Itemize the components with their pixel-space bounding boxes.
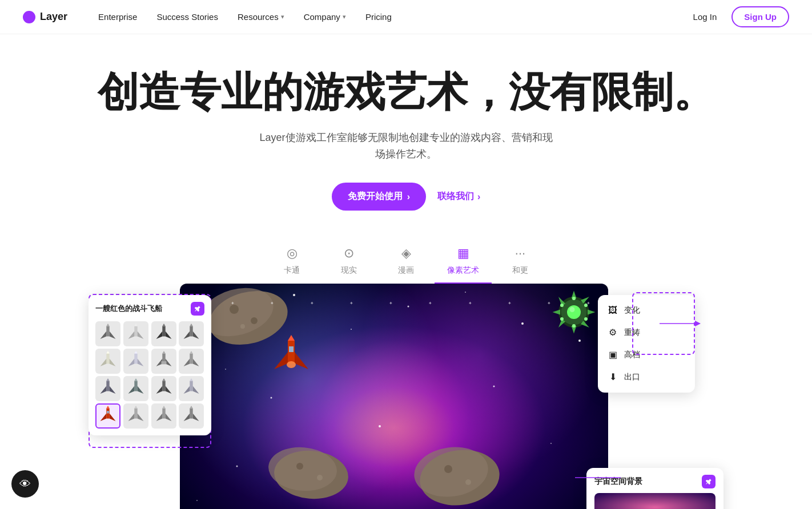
svg-marker-78 xyxy=(134,351,137,354)
svg-point-11 xyxy=(379,425,381,427)
bg-label-panel: 宇宙空间背景 xyxy=(586,468,723,509)
svg-point-36 xyxy=(287,361,296,368)
ship-thumb[interactable] xyxy=(179,376,204,401)
svg-marker-116 xyxy=(162,406,165,409)
ship-thumb[interactable] xyxy=(151,321,176,346)
svg-rect-109 xyxy=(134,409,137,419)
svg-rect-117 xyxy=(190,409,193,419)
logo[interactable]: Layer xyxy=(23,11,67,23)
svg-marker-106 xyxy=(110,414,116,422)
hero-title: 创造专业的游戏艺术，没有限制。 xyxy=(11,68,801,116)
cta-secondary-button[interactable]: 联络我们 › xyxy=(437,191,480,203)
main-spaceship xyxy=(268,335,314,381)
svg-marker-91 xyxy=(106,378,109,381)
tab-cartoon[interactable]: ◎ 卡通 xyxy=(263,239,320,284)
svg-marker-74 xyxy=(106,351,109,354)
stars-svg xyxy=(180,284,608,509)
ship-thumb[interactable] xyxy=(95,376,120,401)
tab-realistic[interactable]: ⊙ 现实 xyxy=(320,239,377,284)
svg-marker-77 xyxy=(137,359,143,367)
tab-more[interactable]: ··· 和更 xyxy=(492,239,549,284)
transform-item-change[interactable]: 🖼 变化 xyxy=(598,300,695,321)
main-content: 创造专业的游戏艺术，没有限制。 Layer使游戏工作室能够无限制地创建专业的游戏… xyxy=(0,0,812,509)
svg-marker-105 xyxy=(101,414,107,422)
nav-pricing[interactable]: Pricing xyxy=(357,9,400,25)
svg-point-3 xyxy=(351,329,352,330)
svg-marker-99 xyxy=(162,378,165,381)
ship-thumb[interactable] xyxy=(151,349,176,374)
chevron-right-icon: › xyxy=(477,192,480,202)
svg-marker-61 xyxy=(137,332,143,340)
image-icon: 🖼 xyxy=(607,305,618,316)
nav-company[interactable]: Company ▾ xyxy=(296,9,354,25)
svg-point-51 xyxy=(584,317,588,321)
svg-marker-34 xyxy=(288,335,295,341)
svg-marker-86 xyxy=(193,359,199,367)
svg-rect-55 xyxy=(106,326,109,337)
download-icon: ⬇ xyxy=(607,371,618,382)
tab-anime[interactable]: ◈ 漫画 xyxy=(377,239,435,284)
ship-thumb[interactable] xyxy=(95,321,120,346)
cta-primary-button[interactable]: 免费开始使用 › xyxy=(332,183,426,211)
nav-success-stories[interactable]: Success Stories xyxy=(148,9,226,25)
ship-thumb[interactable] xyxy=(123,403,148,429)
svg-point-13 xyxy=(493,386,495,387)
chat-icon: 👁 xyxy=(19,478,31,491)
pin-icon xyxy=(194,305,202,313)
svg-rect-108 xyxy=(107,411,109,414)
ship-thumb[interactable] xyxy=(179,403,204,429)
ship-thumb[interactable] xyxy=(179,349,204,374)
anime-icon: ◈ xyxy=(401,246,411,261)
svg-marker-85 xyxy=(184,359,190,367)
svg-point-17 xyxy=(236,466,238,467)
login-button[interactable]: Log In xyxy=(685,9,725,25)
nav-links: Enterprise Success Stories Resources ▾ C… xyxy=(90,9,685,25)
ship-thumb[interactable] xyxy=(151,376,176,401)
svg-marker-60 xyxy=(128,332,134,340)
transform-item-recast[interactable]: ⚙ 重铸 xyxy=(598,321,695,344)
ship-thumb[interactable] xyxy=(151,403,176,429)
upscale-icon: ▣ xyxy=(607,349,618,360)
style-tabs: ◎ 卡通 ⊙ 现实 ◈ 漫画 ▦ 像素艺术 ··· 和更 xyxy=(235,239,577,284)
svg-marker-56 xyxy=(101,332,107,340)
ship-thumb[interactable] xyxy=(123,321,148,346)
chat-button[interactable]: 👁 xyxy=(11,470,39,498)
svg-point-47 xyxy=(567,305,581,319)
ship-thumb[interactable] xyxy=(179,321,204,346)
ship-thumb[interactable] xyxy=(95,349,120,374)
more-icon: ··· xyxy=(515,246,525,261)
nav-resources[interactable]: Resources ▾ xyxy=(230,9,292,25)
nav-enterprise[interactable]: Enterprise xyxy=(90,9,145,25)
svg-marker-101 xyxy=(184,386,190,394)
bg-label-header: 宇宙空间背景 xyxy=(594,475,715,488)
svg-marker-43 xyxy=(581,297,589,304)
ship-thumb[interactable] xyxy=(123,376,148,401)
svg-marker-58 xyxy=(106,324,109,326)
svg-point-7 xyxy=(568,303,569,304)
pixel-icon: ▦ xyxy=(457,246,469,261)
camera-icon: ⊙ xyxy=(344,246,354,261)
svg-point-21 xyxy=(251,317,258,324)
svg-rect-92 xyxy=(134,381,137,391)
transform-panel: 🖼 变化 ⚙ 重铸 ▣ 高档 ⬇ 出口 xyxy=(598,295,695,393)
panel-pin-button[interactable] xyxy=(191,302,204,316)
bg-pin-button[interactable] xyxy=(702,475,715,488)
transform-item-export[interactable]: ⬇ 出口 xyxy=(598,366,695,388)
ship-thumb-selected[interactable] xyxy=(95,403,120,429)
signup-button[interactable]: Sign Up xyxy=(731,6,789,27)
svg-rect-67 xyxy=(190,326,193,337)
svg-point-8 xyxy=(225,369,226,370)
svg-point-52 xyxy=(572,324,576,328)
tab-pixel[interactable]: ▦ 像素艺术 xyxy=(435,239,492,284)
svg-marker-115 xyxy=(165,414,171,422)
svg-rect-71 xyxy=(106,354,109,364)
pin-icon xyxy=(705,478,713,486)
svg-marker-110 xyxy=(128,414,134,422)
transform-item-upscale[interactable]: ▣ 高档 xyxy=(598,344,695,366)
ship-thumb[interactable] xyxy=(123,349,148,374)
svg-marker-120 xyxy=(190,406,193,409)
svg-marker-33 xyxy=(295,352,308,369)
svg-marker-118 xyxy=(184,414,190,422)
svg-point-16 xyxy=(196,500,198,501)
svg-point-26 xyxy=(317,475,323,480)
